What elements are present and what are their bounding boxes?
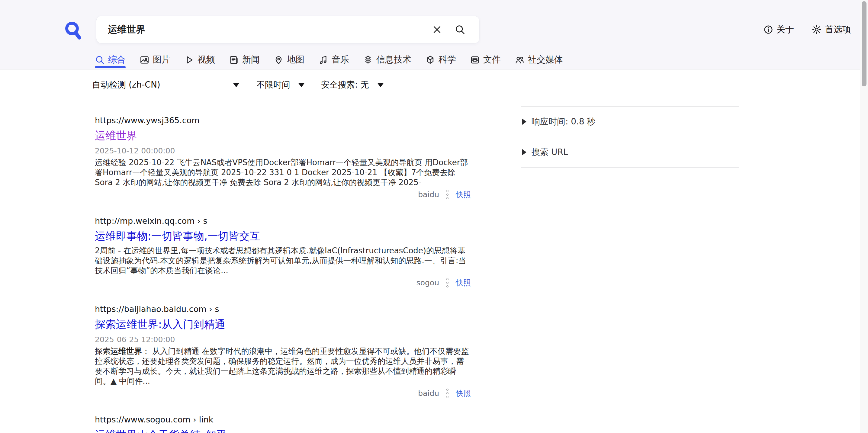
category-tabs: 综合图片视频新闻地图音乐信息技术科学文件社交媒体: [95, 51, 563, 69]
result-title-link[interactable]: 运维世界: [95, 129, 137, 143]
image-icon: [140, 55, 150, 65]
search-results-page: 关于 首选项 综合图片视频新闻地图音乐信息技术科学文件社交媒体 自动检测 (zh…: [0, 0, 868, 433]
kebab-dots-icon[interactable]: [446, 388, 449, 399]
scrollbar-thumb[interactable]: [862, 1, 867, 86]
clear-search-icon[interactable]: [432, 24, 442, 35]
result-url-link[interactable]: https://baijiahao.baidu.com › s: [95, 304, 219, 314]
play-icon: [184, 55, 194, 65]
result-item: https://baijiahao.baidu.com › s探索运维世界:从入…: [95, 304, 471, 399]
about-label: 关于: [776, 24, 794, 36]
caret-down-icon: [298, 83, 305, 87]
result-snapshot-link[interactable]: 快照: [456, 278, 471, 288]
result-footer: sogou快照: [95, 278, 471, 288]
result-snippet: 2周前 - 在运维的世界里,每一项技术或者思想都有其逻辑本质.就像IaC(Inf…: [95, 246, 471, 276]
result-item: https://www.sogou.com › link运维世界大会干货总结_知…: [95, 415, 471, 433]
time-range-select[interactable]: 不限时间: [256, 79, 305, 91]
result-title-link[interactable]: 运维世界大会干货总结_知乎: [95, 428, 227, 433]
sidebar-response-time[interactable]: 响应时间: 0.8 秒: [521, 106, 739, 137]
tab-map[interactable]: 地图: [274, 51, 304, 69]
result-snapshot-link[interactable]: 快照: [456, 388, 471, 398]
result-title-link[interactable]: 探索运维世界:从入门到精通: [95, 317, 225, 332]
search-input[interactable]: [96, 16, 432, 43]
tab-general[interactable]: 综合: [95, 51, 126, 69]
people-icon: [515, 55, 525, 65]
info-icon: [763, 25, 773, 35]
info-sidebar: 响应时间: 0.8 秒搜索 URL: [521, 106, 739, 167]
triangle-right-icon: [522, 118, 526, 125]
search-form: [96, 16, 479, 43]
map-pin-icon: [274, 55, 284, 65]
result-item: http://mp.weixin.qq.com › s运维即事物:一切皆事物,一…: [95, 216, 471, 288]
caret-down-icon: [377, 83, 384, 87]
result-title-link[interactable]: 运维即事物:一切皆事物,一切皆交互: [95, 229, 260, 243]
tab-label: 信息技术: [376, 54, 411, 66]
results-list: https://www.ywsj365.com运维世界2025-10-12 00…: [95, 116, 471, 433]
preferences-link[interactable]: 首选项: [811, 24, 851, 36]
tab-label: 文件: [483, 54, 501, 66]
tab-label: 社交媒体: [528, 54, 563, 66]
search-header: 关于 首选项 综合图片视频新闻地图音乐信息技术科学文件社交媒体: [0, 0, 868, 69]
kebab-dots-icon[interactable]: [446, 278, 449, 288]
tab-label: 新闻: [242, 54, 260, 66]
result-item: https://www.ywsj365.com运维世界2025-10-12 00…: [95, 116, 471, 200]
tab-label: 视频: [197, 54, 215, 66]
result-url-link[interactable]: https://www.sogou.com › link: [95, 415, 213, 424]
result-url-link[interactable]: http://mp.weixin.qq.com › s: [95, 216, 208, 225]
sidebar-row-label: 响应时间: 0.8 秒: [532, 116, 596, 127]
result-snippet: 运维经验 2025-10-22 飞牛云NAS或者VPS使用Docker部署Hom…: [95, 158, 471, 187]
result-engine-label: baidu: [418, 190, 439, 199]
result-date: 2025-10-12 00:00:00: [95, 147, 471, 155]
magnifier-icon: [95, 55, 105, 65]
safesearch-select[interactable]: 安全搜索: 无: [321, 79, 384, 91]
tab-social-media[interactable]: 社交媒体: [515, 51, 563, 69]
tab-images[interactable]: 图片: [140, 51, 170, 69]
music-note-icon: [318, 55, 328, 65]
tab-it[interactable]: 信息技术: [363, 51, 411, 69]
preferences-label: 首选项: [825, 24, 851, 36]
result-footer: baidu快照: [95, 388, 471, 399]
result-snippet: 探索运维世界： 从入门到精通 在数字时代的浪潮中，运维角色的重要性愈发显得不可或…: [95, 346, 471, 386]
tab-news[interactable]: 新闻: [229, 51, 260, 69]
tab-label: 图片: [153, 54, 170, 66]
top-nav: 关于 首选项: [763, 24, 851, 36]
search-actions: [432, 24, 479, 35]
tab-label: 地图: [287, 54, 304, 66]
result-engine-label: baidu: [418, 389, 439, 398]
tab-label: 音乐: [332, 54, 349, 66]
caret-down-icon: [233, 83, 240, 87]
sidebar-search-url[interactable]: 搜索 URL: [521, 137, 739, 167]
result-date: 2025-06-25 12:00:00: [95, 335, 471, 344]
result-engine-label: sogou: [416, 278, 439, 287]
page-scrollbar[interactable]: [860, 0, 868, 433]
kebab-dots-icon[interactable]: [446, 189, 449, 200]
tab-files[interactable]: 文件: [470, 51, 501, 69]
filter-value: 自动检测 (zh-CN): [92, 79, 160, 91]
search-submit-icon[interactable]: [455, 24, 465, 35]
filter-value: 不限时间: [256, 79, 290, 91]
tab-science[interactable]: 科学: [425, 51, 456, 69]
result-snapshot-link[interactable]: 快照: [456, 190, 471, 199]
tab-label: 科学: [438, 54, 456, 66]
tab-music[interactable]: 音乐: [318, 51, 349, 69]
language-select[interactable]: 自动检测 (zh-CN): [92, 79, 240, 91]
site-logo-magnifier-icon[interactable]: [63, 19, 85, 42]
tab-videos[interactable]: 视频: [184, 51, 215, 69]
cube-icon: [425, 55, 435, 65]
tab-label: 综合: [108, 54, 126, 66]
filter-value: 安全搜索: 无: [321, 79, 369, 91]
layers-icon: [363, 55, 373, 65]
result-footer: baidu快照: [95, 189, 471, 200]
result-url-link[interactable]: https://www.ywsj365.com: [95, 116, 199, 125]
newspaper-icon: [229, 55, 239, 65]
filters-bar: 自动检测 (zh-CN)不限时间安全搜索: 无: [92, 78, 384, 92]
triangle-right-icon: [522, 149, 526, 155]
sidebar-row-label: 搜索 URL: [532, 147, 568, 158]
gear-icon: [811, 25, 822, 35]
about-link[interactable]: 关于: [763, 24, 794, 36]
inbox-icon: [470, 55, 480, 65]
